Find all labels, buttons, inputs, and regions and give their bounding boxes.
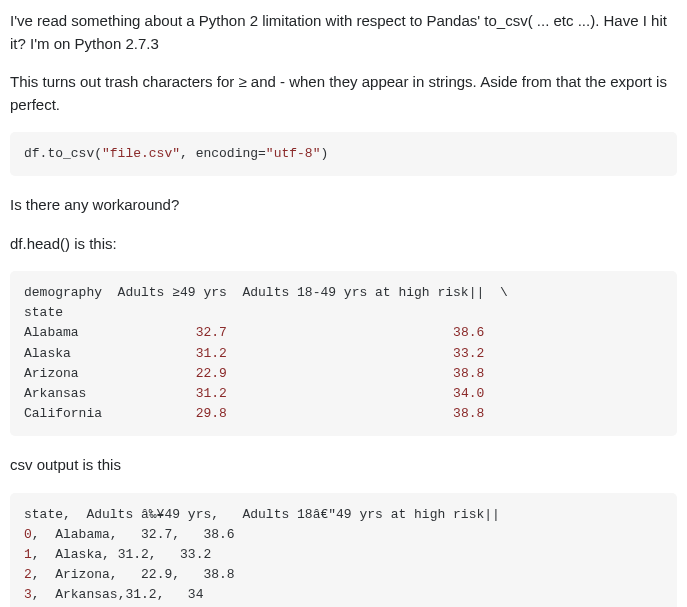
code-text: df.to_csv( [24,146,102,161]
code-text: ) [320,146,328,161]
intro-paragraph-2: This turns out trash characters for ≥ an… [10,71,677,116]
csvoutput-label: csv output is this [10,454,677,477]
intro-paragraph-1: I've read something about a Python 2 lim… [10,10,677,55]
code-string: "utf-8" [266,146,321,161]
dfhead-label: df.head() is this: [10,233,677,256]
code-block-csvoutput: state, Adults â‰¥49 yrs, Adults 18â€"49 … [10,493,677,607]
code-string: "file.csv" [102,146,180,161]
question-paragraph: Is there any workaround? [10,194,677,217]
code-text: , encoding= [180,146,266,161]
code-block-tocsv: df.to_csv("file.csv", encoding="utf-8") [10,132,677,176]
code-block-dfhead: demography Adults ≥49 yrs Adults 18-49 y… [10,271,677,436]
